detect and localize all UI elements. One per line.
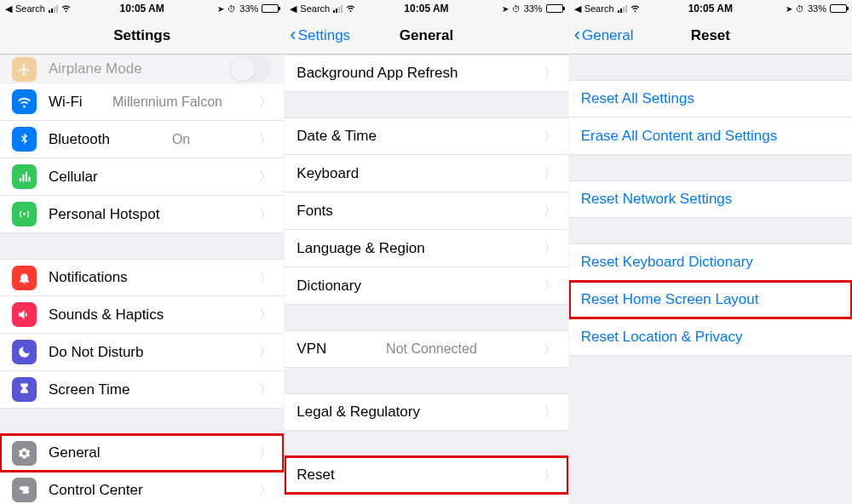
row-detail: Not Connected [386, 341, 484, 357]
row-keyboard[interactable]: Keyboard〉 [285, 155, 567, 192]
row-sounds-haptics[interactable]: Sounds & Haptics〉 [0, 296, 284, 334]
battery-pct: 33% [808, 3, 826, 14]
chevron-right-icon: 〉 [544, 165, 556, 181]
row-label: Reset Location & Privacy [581, 329, 743, 346]
row-personal-hotspot[interactable]: Personal Hotspot〉 [0, 196, 284, 233]
hourglass-icon [12, 377, 37, 402]
row-label: Airplane Mode [49, 60, 142, 77]
location-icon: ➤ [502, 4, 509, 14]
location-icon: ➤ [217, 4, 224, 14]
row-detail: Millennium Falcon [112, 94, 229, 110]
chevron-right-icon: 〉 [259, 344, 272, 360]
wifi-icon [346, 3, 355, 14]
nav-back[interactable]: ‹ Settings [290, 27, 350, 44]
row-vpn[interactable]: VPNNot Connected〉 [285, 330, 567, 368]
back-app-label[interactable]: Search [584, 3, 614, 14]
location-icon: ➤ [786, 4, 792, 14]
row-screen-time[interactable]: Screen Time〉 [0, 371, 284, 409]
row-reset-location-privacy[interactable]: Reset Location & Privacy [569, 318, 852, 356]
status-bar: ◀ Search 10:05 AM ➤ ⏱ 33% [0, 0, 284, 17]
battery-icon [830, 4, 847, 13]
row-label: Wi-Fi [49, 94, 83, 111]
chevron-right-icon: 〉 [544, 341, 556, 358]
row-reset[interactable]: Reset〉 [285, 456, 567, 494]
list[interactable]: Airplane ModeWi-FiMillennium Falcon〉Blue… [0, 54, 284, 504]
row-general[interactable]: General〉 [0, 434, 284, 472]
row-label: Reset All Settings [581, 90, 694, 107]
screen-0: ◀ Search 10:05 AM ➤ ⏱ 33% SettingsAirpla… [0, 0, 284, 504]
chevron-left-icon: ‹ [290, 26, 296, 44]
cellular-icon [12, 164, 37, 189]
row-language-region[interactable]: Language & Region〉 [285, 230, 567, 267]
list[interactable]: Reset All SettingsErase All Content and … [569, 54, 852, 504]
battery-icon [262, 4, 279, 13]
list[interactable]: Background App Refresh〉Date & Time〉Keybo… [285, 54, 567, 504]
row-erase-all-content-and-settings[interactable]: Erase All Content and Settings [569, 117, 852, 155]
signal-icon [49, 5, 58, 13]
row-label: Reset [296, 467, 334, 484]
alarm-icon: ⏱ [512, 4, 521, 14]
status-time: 10:05 AM [404, 3, 448, 14]
row-detail: On [172, 132, 197, 147]
row-legal-regulatory[interactable]: Legal & Regulatory〉 [285, 393, 567, 431]
row-label: Keyboard [296, 165, 359, 182]
row-background-app-refresh[interactable]: Background App Refresh〉 [285, 54, 567, 92]
airplane-icon [12, 57, 37, 82]
chevron-right-icon: 〉 [259, 306, 272, 323]
row-airplane-mode[interactable]: Airplane Mode [0, 54, 284, 83]
row-wi-fi[interactable]: Wi-FiMillennium Falcon〉 [0, 83, 284, 121]
row-reset-home-screen-layout[interactable]: Reset Home Screen Layout [569, 281, 852, 318]
bell-icon [12, 266, 37, 290]
chevron-right-icon: 〉 [544, 240, 556, 256]
sound-icon [12, 302, 37, 327]
back-app-caret[interactable]: ◀ [574, 3, 581, 14]
row-cellular[interactable]: Cellular〉 [0, 158, 284, 196]
status-bar: ◀ Search 10:05 AM ➤ ⏱ 33% [569, 0, 852, 17]
chevron-right-icon: 〉 [259, 445, 272, 461]
wifi-icon [61, 3, 71, 14]
row-label: Language & Region [296, 240, 424, 257]
wifi-icon [630, 3, 640, 14]
row-label: Do Not Disturb [49, 344, 143, 361]
row-do-not-disturb[interactable]: Do Not Disturb〉 [0, 334, 284, 371]
alarm-icon: ⏱ [227, 4, 236, 14]
row-date-time[interactable]: Date & Time〉 [285, 117, 567, 155]
back-app-label[interactable]: Search [15, 3, 45, 14]
battery-pct: 33% [239, 3, 258, 14]
nav-bar: Settings [0, 17, 284, 54]
row-label: Erase All Content and Settings [581, 128, 778, 145]
chevron-right-icon: 〉 [544, 66, 556, 82]
moon-icon [12, 340, 37, 364]
back-app-label[interactable]: Search [300, 3, 330, 14]
hotspot-icon [12, 202, 37, 226]
status-time: 10:05 AM [120, 3, 164, 14]
back-app-caret[interactable]: ◀ [290, 3, 296, 14]
row-fonts[interactable]: Fonts〉 [285, 192, 567, 230]
row-label: Sounds & Haptics [49, 306, 164, 324]
row-label: Reset Home Screen Layout [581, 291, 759, 308]
row-shut-down[interactable]: Shut Down [285, 494, 567, 504]
row-label: Reset Keyboard Dictionary [581, 254, 753, 271]
row-label: Dictionary [296, 278, 361, 295]
chevron-right-icon: 〉 [259, 94, 272, 110]
alarm-icon: ⏱ [796, 4, 804, 14]
row-reset-keyboard-dictionary[interactable]: Reset Keyboard Dictionary [569, 243, 852, 281]
signal-icon [618, 5, 627, 13]
toggle[interactable] [229, 56, 272, 82]
row-notifications[interactable]: Notifications〉 [0, 259, 284, 296]
chevron-right-icon: 〉 [544, 203, 556, 219]
row-reset-network-settings[interactable]: Reset Network Settings [569, 180, 852, 218]
row-reset-all-settings[interactable]: Reset All Settings [569, 80, 852, 117]
row-label: Legal & Regulatory [296, 404, 420, 421]
chevron-right-icon: 〉 [259, 131, 272, 147]
back-app-caret[interactable]: ◀ [5, 3, 12, 14]
row-label: Bluetooth [49, 131, 110, 148]
row-dictionary[interactable]: Dictionary〉 [285, 267, 567, 305]
screen-2: ◀ Search 10:05 AM ➤ ⏱ 33% ‹ GeneralReset… [568, 0, 852, 504]
nav-title: Reset [691, 27, 730, 44]
row-bluetooth[interactable]: BluetoothOn〉 [0, 121, 284, 158]
row-control-center[interactable]: Control Center〉 [0, 472, 284, 504]
row-label: Notifications [49, 269, 128, 286]
switches-icon [12, 478, 37, 502]
nav-back[interactable]: ‹ General [574, 27, 634, 44]
